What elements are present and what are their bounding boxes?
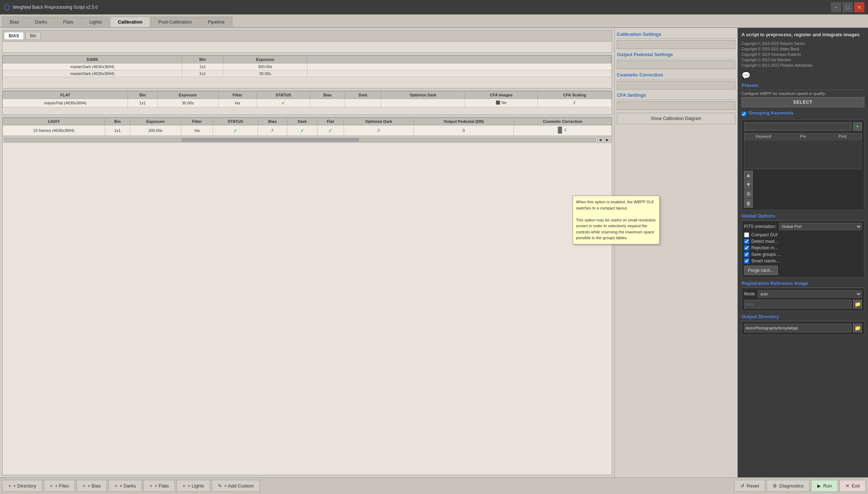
close-button[interactable]: ✕: [854, 2, 864, 12]
tab-bias[interactable]: Bias: [2, 17, 26, 27]
minimize-button[interactable]: −: [831, 2, 841, 12]
reset-button[interactable]: ↺ Reset: [734, 480, 765, 492]
keyword-down-button[interactable]: ▼: [744, 180, 753, 189]
cosmetic-correction-title[interactable]: Cosmetic Correction: [617, 71, 735, 79]
flat-col-bias: Bias: [310, 91, 345, 99]
diagnostics-button[interactable]: ⚙ Diagnostics: [767, 480, 810, 492]
light-col-cosmetic: Cosmetic Correction: [514, 118, 611, 125]
files-button[interactable]: + + Files: [44, 480, 75, 492]
keyword-col-keyword: Keyword: [744, 133, 783, 140]
grouping-keywords-checkbox[interactable]: [742, 112, 746, 116]
light-col-name: LIGHT: [3, 118, 105, 125]
global-options-content: FITS orientation: Global Pref Compact GU…: [742, 220, 864, 278]
light-row1-filter: Ha: [181, 125, 213, 136]
flats-icon: +: [150, 483, 153, 489]
app-icon: ⬡: [4, 3, 10, 12]
smart-naming-checkbox[interactable]: [744, 258, 749, 263]
tab-darks[interactable]: Darks: [27, 17, 55, 27]
reg-ref-file-input[interactable]: [744, 300, 852, 308]
tab-lights[interactable]: Lights: [82, 17, 109, 27]
dark-row1-name: masterDark (4630x3694): [3, 63, 182, 70]
flat-table: FLAT Bin Exposure Filter STATUS Bias Dar…: [3, 91, 612, 107]
run-label: Run: [823, 483, 832, 489]
grouping-keywords-content: + Keyword Pre Post ▲ ▼ ⚙ 🗑: [742, 120, 864, 210]
output-pedestal-title[interactable]: Output Pedestal Settings: [617, 50, 735, 59]
light-row1-pedestal: 0: [414, 125, 514, 136]
keyword-input-row: +: [744, 122, 862, 131]
exit-button[interactable]: ✕ Exit: [839, 480, 866, 492]
flat-col-exposure: Exposure: [157, 91, 218, 99]
bias-icon: +: [83, 483, 86, 489]
mode-select[interactable]: auto: [758, 290, 862, 298]
run-button[interactable]: ▶ Run: [811, 480, 838, 492]
rejection-maps-row: Rejection m...: [744, 245, 862, 251]
bias-bias-button[interactable]: BIAS: [4, 32, 24, 40]
flats-button[interactable]: + + Flats: [144, 480, 175, 492]
light-scrollbar[interactable]: ◀ ▶: [3, 136, 612, 143]
tab-calibration[interactable]: Calibration: [110, 17, 150, 27]
bias-button[interactable]: + + Bias: [76, 480, 107, 492]
save-groups-label: Save groups ...: [751, 252, 781, 257]
run-icon: ▶: [817, 483, 821, 489]
output-dir-browse-button[interactable]: 📁: [853, 324, 862, 332]
directory-button[interactable]: + + Directory: [2, 480, 42, 492]
tab-flats[interactable]: Flats: [55, 17, 81, 27]
table-row[interactable]: masterDark (4630x3694) 1x1 300.00s: [3, 63, 612, 70]
keyword-input[interactable]: [744, 122, 852, 131]
output-dir-section-wrapper: Output Directory 📁: [742, 314, 864, 335]
calibration-settings-content: [617, 40, 735, 49]
calibration-settings-title[interactable]: Calibration Settings: [617, 30, 735, 39]
titlebar-controls: − □ ✕: [831, 2, 864, 12]
restore-button[interactable]: □: [843, 2, 853, 12]
copyright-line-5: Copyright © 2012-2022 Pleiades Astrophot…: [742, 63, 864, 68]
scroll-left-arrow[interactable]: ◀: [597, 137, 603, 143]
rejection-maps-checkbox[interactable]: [744, 245, 749, 250]
output-pedestal-content: [617, 61, 735, 69]
keyword-gear-button[interactable]: ⚙: [744, 190, 753, 198]
copyright-line-1: Copyright © 2019-2022 Roberto Sartori: [742, 41, 864, 46]
files-icon: +: [50, 483, 53, 489]
light-row1-flat: ✓: [317, 125, 344, 136]
keyword-list: [744, 140, 862, 169]
purge-cache-button[interactable]: Purge cach...: [744, 266, 778, 275]
darks-label: + Darks: [120, 483, 136, 489]
show-calibration-button[interactable]: Show Calibration Diagram: [617, 113, 735, 124]
titlebar-left: ⬡ Weighted Batch Preprocessing Script v2…: [4, 3, 98, 12]
script-title: A script to preprocess, register and int…: [742, 32, 864, 38]
copyright-line-3: Copyright © 2019 Tommaso Rubechi: [742, 52, 864, 57]
table-row[interactable]: 15 frames (4630x3694) 1x1 300.00s Ha ✓ ✗…: [3, 125, 612, 136]
compact-gui-checkbox[interactable]: [744, 232, 749, 237]
fits-orientation-select[interactable]: Global Pref: [779, 223, 862, 230]
tab-post-calibration[interactable]: Post-Calibration: [151, 17, 200, 27]
scroll-right-arrow[interactable]: ▶: [605, 137, 610, 143]
light-col-optimize: Optimize Dark: [344, 118, 414, 125]
lights-button[interactable]: + + Lights: [176, 480, 211, 492]
keyword-add-button[interactable]: +: [853, 122, 862, 131]
fits-orientation-label: FITS orientation:: [744, 224, 776, 229]
detect-masters-checkbox[interactable]: [744, 239, 749, 244]
keyword-trash-button[interactable]: 🗑: [744, 199, 753, 208]
darks-button[interactable]: + + Darks: [108, 480, 142, 492]
calibration-panel: Calibration Settings Output Pedestal Set…: [614, 28, 738, 477]
add-custom-label: + Add Custom: [224, 483, 254, 489]
save-groups-checkbox[interactable]: [744, 252, 749, 257]
chat-icon[interactable]: 💬: [742, 71, 864, 80]
save-groups-row: Save groups ...: [744, 251, 862, 258]
presets-select-button[interactable]: SELECT: [742, 97, 864, 107]
scroll-thumb[interactable]: [182, 138, 359, 142]
table-row[interactable]: masterDark (4630x3694) 1x1 30.00s: [3, 70, 612, 77]
flat-row1-bin: 1x1: [128, 99, 157, 107]
tab-pipeline[interactable]: Pipeline: [200, 17, 232, 27]
compact-gui-row: Compact GUI: [744, 232, 862, 238]
cfa-settings-title[interactable]: CFA Settings: [617, 91, 735, 100]
keyword-up-button[interactable]: ▲: [744, 171, 753, 179]
reg-ref-browse-button[interactable]: 📁: [853, 300, 862, 308]
bias-bin-button[interactable]: Bin: [25, 32, 41, 40]
scroll-track[interactable]: [4, 138, 596, 142]
add-custom-button[interactable]: ✎ + Add Custom: [212, 480, 260, 492]
output-dir-input[interactable]: [744, 324, 852, 332]
table-row[interactable]: masterFlat (4630x3694) 1x1 30.00s Ha ✓: [3, 99, 612, 107]
flat-row1-bias: [310, 99, 345, 107]
lights-icon: +: [183, 483, 186, 489]
dark-col-name: DARK: [3, 56, 182, 63]
